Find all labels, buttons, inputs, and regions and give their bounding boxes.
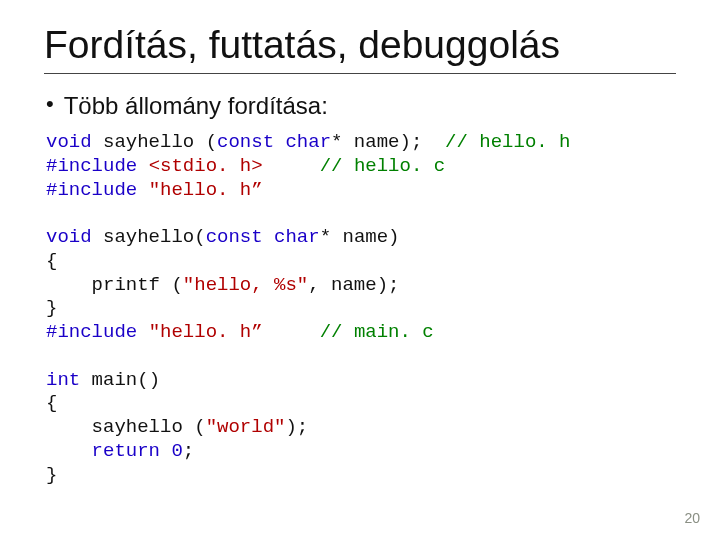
code-text: sayhello ( xyxy=(92,131,217,153)
code-text xyxy=(137,179,148,201)
code-text: { xyxy=(46,250,57,272)
code-text xyxy=(263,155,320,177)
code-kw: const xyxy=(217,131,274,153)
code-text: sayhello ( xyxy=(46,416,206,438)
code-string: "hello, %s" xyxy=(183,274,308,296)
code-text: sayhello( xyxy=(92,226,206,248)
code-text: main() xyxy=(80,369,160,391)
code-text xyxy=(46,440,92,462)
code-text: { xyxy=(46,392,57,414)
code-text: ); xyxy=(285,416,308,438)
code-text xyxy=(263,226,274,248)
code-text: ; xyxy=(183,440,194,462)
code-text: * name) xyxy=(320,226,400,248)
code-directive: #include xyxy=(46,179,137,201)
code-text xyxy=(160,440,171,462)
bullet-dot-icon: • xyxy=(46,90,54,119)
code-text: , name); xyxy=(308,274,399,296)
code-text: } xyxy=(46,464,57,486)
code-text xyxy=(137,321,148,343)
code-string: "hello. h” xyxy=(149,179,263,201)
code-directive: #include xyxy=(46,321,137,343)
code-text: * name); xyxy=(331,131,445,153)
code-comment: // main. c xyxy=(320,321,434,343)
page-number: 20 xyxy=(684,510,700,526)
code-kw: char xyxy=(285,131,331,153)
code-kw: char xyxy=(274,226,320,248)
code-comment: // hello. c xyxy=(320,155,445,177)
code-kw: return xyxy=(92,440,160,462)
title-underline xyxy=(44,73,676,74)
code-text xyxy=(274,131,285,153)
slide-title: Fordítás, futtatás, debuggolás xyxy=(44,24,676,67)
code-string: "hello. h” xyxy=(149,321,263,343)
code-kw: const xyxy=(206,226,263,248)
code-kw: int xyxy=(46,369,80,391)
code-kw: void xyxy=(46,131,92,153)
code-text: printf ( xyxy=(46,274,183,296)
code-text: } xyxy=(46,297,57,319)
code-kw: void xyxy=(46,226,92,248)
bullet-text: Több állomány fordítása: xyxy=(64,90,328,121)
code-text xyxy=(137,155,148,177)
code-string: <stdio. h> xyxy=(149,155,263,177)
bullet-item: • Több állomány fordítása: xyxy=(44,90,676,121)
code-number: 0 xyxy=(171,440,182,462)
code-string: "world" xyxy=(206,416,286,438)
code-comment: // hello. h xyxy=(445,131,570,153)
slide: Fordítás, futtatás, debuggolás • Több ál… xyxy=(0,0,720,540)
code-directive: #include xyxy=(46,155,137,177)
code-block: void sayhello (const char* name); // hel… xyxy=(46,131,676,487)
code-text xyxy=(263,321,320,343)
